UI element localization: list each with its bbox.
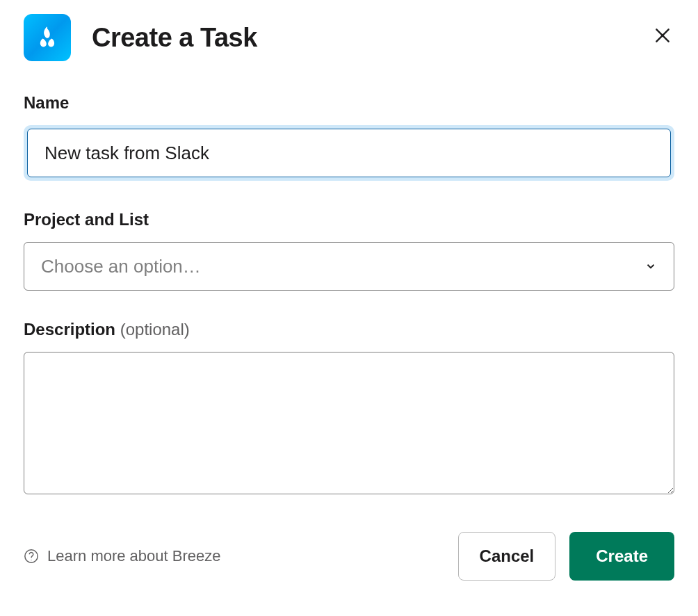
- help-icon: [24, 549, 39, 564]
- svg-point-1: [31, 560, 31, 560]
- description-textarea[interactable]: [24, 352, 674, 494]
- project-label: Project and List: [24, 210, 674, 229]
- project-field-group: Project and List Choose an option…: [24, 210, 674, 291]
- name-input[interactable]: [27, 129, 671, 177]
- close-button[interactable]: [651, 24, 674, 47]
- help-link[interactable]: Learn more about Breeze: [24, 547, 221, 565]
- breeze-app-icon: [24, 14, 71, 61]
- description-field-group: Description (optional): [24, 320, 674, 497]
- breeze-icon: [34, 24, 60, 51]
- help-link-text: Learn more about Breeze: [47, 547, 221, 565]
- description-label: Description (optional): [24, 320, 674, 339]
- create-button[interactable]: Create: [569, 532, 674, 581]
- description-optional-text: (optional): [120, 320, 190, 339]
- modal-title: Create a Task: [92, 23, 257, 53]
- chevron-down-icon: [644, 256, 657, 277]
- name-field-group: Name: [24, 93, 674, 181]
- name-label: Name: [24, 93, 674, 113]
- name-input-focus-ring: [24, 125, 674, 181]
- svg-point-0: [25, 550, 38, 562]
- cancel-button[interactable]: Cancel: [458, 532, 556, 581]
- project-select[interactable]: Choose an option…: [24, 242, 674, 291]
- project-select-wrapper: Choose an option…: [24, 242, 674, 291]
- close-icon: [654, 26, 672, 44]
- modal-footer: Learn more about Breeze Cancel Create: [24, 532, 674, 581]
- project-select-placeholder: Choose an option…: [41, 256, 201, 277]
- footer-buttons: Cancel Create: [458, 532, 674, 581]
